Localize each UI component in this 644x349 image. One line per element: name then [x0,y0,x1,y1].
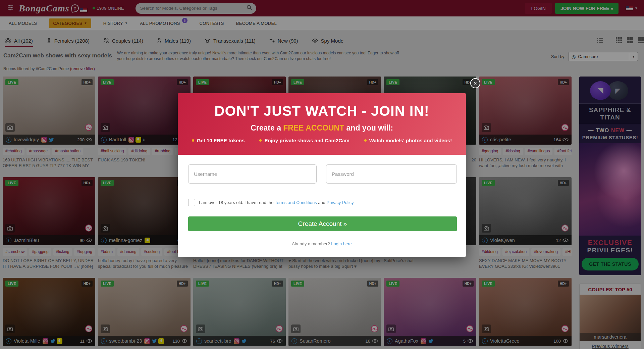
close-icon[interactable]: ✕ [470,78,480,88]
modal-footer: Already a member? Login here [178,241,466,246]
modal-subtitle: Create a FREE ACCOUNT and you will: [178,123,466,133]
member-question: Already a member? [292,241,330,246]
signup-modal: ✕ DON'T JUST WATCH - JOIN IN! Create a F… [178,93,466,257]
modal-subtitle-highlight: FREE ACCOUNT [283,123,344,132]
agreement-prefix: I am over 18 years old. I have read the [199,200,274,205]
agreement-text: I am over 18 years old. I have read the … [199,200,355,205]
terms-link[interactable]: Terms and Conditions [275,200,317,205]
benefit-photos-videos: Watch models' photos and videos! [369,138,452,143]
create-account-button[interactable]: Create Account » [188,216,457,231]
benefit-private-shows: Enjoy private shows and Cam2Cam [264,138,349,143]
bullet-dot-icon [364,139,367,142]
agreement-and: and [318,200,325,205]
bullet-dot-icon [192,139,194,142]
modal-body: I am over 18 years old. I have read the … [178,155,466,257]
bullet-dot-icon [259,139,262,142]
modal-subtitle-suffix: and you will: [344,123,393,132]
modal-title: DON'T JUST WATCH - JOIN IN! [178,93,466,119]
modal-benefits: Get 10 FREE tokens Enjoy private shows a… [178,138,466,143]
page: BongaCams ? 1909 ONLINE LOGIN JOIN NOW F… [0,0,644,349]
password-field[interactable] [326,164,457,184]
modal-header: DON'T JUST WATCH - JOIN IN! Create a FRE… [178,93,466,155]
benefit-tokens: Get 10 FREE tokens [197,138,245,143]
privacy-link[interactable]: Privacy Policy [327,200,354,205]
login-here-link[interactable]: Login here [331,241,352,246]
age-checkbox[interactable] [188,199,195,206]
age-agreement-row: I am over 18 years old. I have read the … [188,199,355,206]
username-field[interactable] [188,164,317,184]
agreement-period: . [354,200,355,205]
modal-subtitle-prefix: Create a [251,123,283,132]
